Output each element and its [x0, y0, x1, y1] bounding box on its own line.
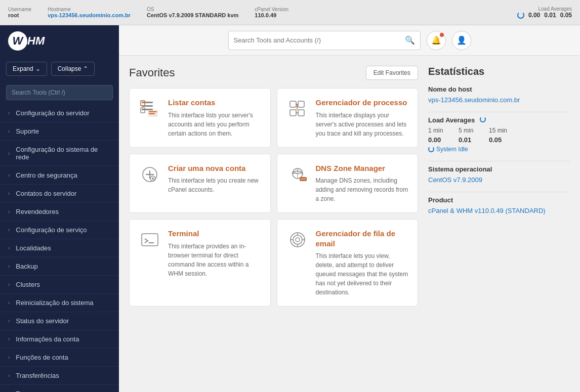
sidebar-item-transferências[interactable]: ›Transferências [0, 367, 119, 385]
chevron-icon: › [8, 191, 10, 196]
chevron-icon: › [8, 300, 10, 306]
system-idle: System Idle [428, 146, 570, 153]
sidebar-item-suporte[interactable]: ›Suporte [0, 122, 119, 141]
user-button[interactable]: 👤 [452, 31, 471, 50]
fav-card-criar-conta[interactable]: Criar uma nova conta This interface lets… [129, 154, 271, 213]
os-stat-label: Sistema operacional [428, 165, 570, 173]
chevron-icon: › [8, 151, 10, 156]
fav-card-terminal[interactable]: Terminal This interface provides an in-b… [129, 219, 271, 307]
listar-contas-icon [139, 98, 161, 120]
fav-card-dns-zone[interactable]: DNS DNS Zone Manager Manage DNS zones, i… [277, 154, 419, 213]
load-1: 0.00 [528, 12, 540, 19]
sidebar-item-localidades[interactable]: ›Localidades [0, 239, 119, 257]
hostname-stat: Nome do host vps-123456.seudominio.com.b… [428, 85, 570, 104]
nav-item-label: Funções de conta [16, 354, 68, 361]
sidebar: W HM Expand ⌄ Collapse ⌃ ›Configuração d… [0, 25, 119, 392]
fav-card-listar-contas[interactable]: Listar contas This interface lists your … [129, 88, 271, 148]
sidebar-item-temas[interactable]: ›Temas [0, 385, 119, 392]
chevron-icon: › [8, 355, 10, 360]
content-area: 🔍 🔔 👤 Favorites Edit Favorites [119, 25, 580, 392]
sidebar-item-backup[interactable]: ›Backup [0, 257, 119, 276]
hostname-value: vps-123456.seudominio.com.br [48, 12, 131, 18]
username-value: root [8, 12, 31, 18]
fav-card-gerenciador-processo[interactable]: Gerenciador de processo This interface d… [277, 88, 419, 148]
product-stat: Product cPanel & WHM v110.0.49 (STANDARD… [428, 196, 570, 214]
load-1min-label: 1 min [428, 127, 448, 134]
sidebar-item-configuração-do-sistema-de-red[interactable]: ›Configuração do sistema de rede [0, 141, 119, 166]
dns-zone-title: DNS Zone Manager [316, 163, 409, 173]
hostname-stat-value: vps-123456.seudominio.com.br [428, 96, 570, 104]
criar-conta-icon [139, 163, 161, 186]
logo-w: W [13, 34, 23, 48]
stats-title: Estatísticas [428, 66, 570, 77]
nav-item-label: Temas [16, 390, 35, 392]
sidebar-item-configuração-de-serviço[interactable]: ›Configuração de serviço [0, 221, 119, 239]
expand-button[interactable]: Expand ⌄ [6, 62, 47, 76]
edit-favorites-button[interactable]: Edit Favorites [366, 66, 418, 80]
favorites-title: Favorites [129, 66, 175, 79]
chevron-icon: › [8, 227, 10, 233]
sidebar-item-revendedores[interactable]: ›Revendedores [0, 203, 119, 221]
logo-container: W HM [0, 25, 119, 57]
expand-label: Expand [13, 65, 33, 72]
search-icon[interactable]: 🔍 [405, 35, 415, 45]
sidebar-item-clusters[interactable]: ›Clusters [0, 276, 119, 294]
cpanel-value: 110.0.49 [255, 12, 288, 18]
nav-item-label: Reinicialização do sistema [16, 299, 93, 307]
load-label: Load Averages [538, 6, 572, 12]
nav-item-label: Transferências [16, 372, 59, 379]
terminal-icon [139, 229, 161, 251]
email-queue-content: Gerenciador de fila de email This interf… [316, 229, 409, 297]
collapse-button[interactable]: Collapse ⌃ [51, 62, 95, 76]
svg-rect-25 [142, 234, 158, 246]
os-value: CentOS v7.9.2009 STANDARD kvm [147, 12, 238, 18]
cpanel-info: cPanel Version 110.0.49 [255, 7, 288, 18]
search-input[interactable] [234, 36, 405, 44]
nav-item-label: Revendedores [16, 208, 59, 215]
load-refresh-icon[interactable] [480, 116, 486, 122]
email-queue-icon [286, 229, 309, 251]
nav-item-label: Centro de segurança [16, 171, 77, 179]
listar-contas-desc: This interface lists your server's accou… [168, 111, 261, 138]
gerenciador-processo-title: Gerenciador de processo [316, 98, 409, 108]
divider-2 [428, 161, 570, 161]
nav-item-label: Contatos do servidor [16, 190, 76, 197]
divider-1 [428, 112, 570, 112]
sidebar-search-input[interactable] [6, 85, 113, 100]
load-15-val: 0.05 [489, 136, 509, 144]
chevron-icon: › [8, 172, 10, 178]
sidebar-item-contatos-do-servidor[interactable]: ›Contatos do servidor [0, 185, 119, 203]
sidebar-item-funções-de-conta[interactable]: ›Funções de conta [0, 349, 119, 367]
sidebar-item-centro-de-segurança[interactable]: ›Centro de segurança [0, 166, 119, 185]
fav-card-email-queue[interactable]: Gerenciador de fila de email This interf… [277, 219, 419, 307]
chevron-icon: › [8, 282, 10, 287]
svg-rect-10 [290, 110, 296, 116]
load-stat-label: Load Averages [428, 116, 570, 124]
dns-zone-content: DNS Zone Manager Manage DNS zones, inclu… [316, 163, 409, 204]
svg-rect-0 [142, 102, 153, 103]
sidebar-item-status-do-servidor[interactable]: ›Status do servidor [0, 312, 119, 330]
svg-rect-6 [149, 111, 157, 112]
collapse-icon: ⌃ [83, 65, 88, 72]
svg-point-19 [152, 178, 154, 180]
svg-rect-7 [149, 113, 155, 114]
listar-contas-title: Listar contas [168, 98, 261, 108]
gerenciador-processo-desc: This interface displays your server's ac… [316, 111, 409, 138]
svg-point-29 [296, 238, 300, 242]
criar-conta-desc: This interface lets you create new cPane… [168, 176, 261, 194]
refresh-icon[interactable] [517, 12, 524, 19]
svg-rect-9 [298, 101, 304, 107]
criar-conta-title: Criar uma nova conta [168, 163, 261, 173]
sidebar-item-configuração-do-servidor[interactable]: ›Configuração do servidor [0, 104, 119, 122]
svg-rect-8 [290, 101, 296, 107]
favorites-grid: Listar contas This interface lists your … [129, 88, 418, 307]
dns-zone-icon: DNS [286, 163, 309, 186]
svg-text:DNS: DNS [300, 178, 306, 181]
sidebar-item-reinicialização-do-sistema[interactable]: ›Reinicialização do sistema [0, 294, 119, 312]
chevron-icon: › [8, 128, 10, 134]
sidebar-item-informações-da-conta[interactable]: ›Informações da conta [0, 330, 119, 349]
terminal-desc: This interface provides an in-browser te… [168, 242, 261, 278]
notification-button[interactable]: 🔔 [427, 31, 446, 50]
load-5-val: 0.01 [459, 136, 479, 144]
chevron-icon: › [8, 373, 10, 378]
